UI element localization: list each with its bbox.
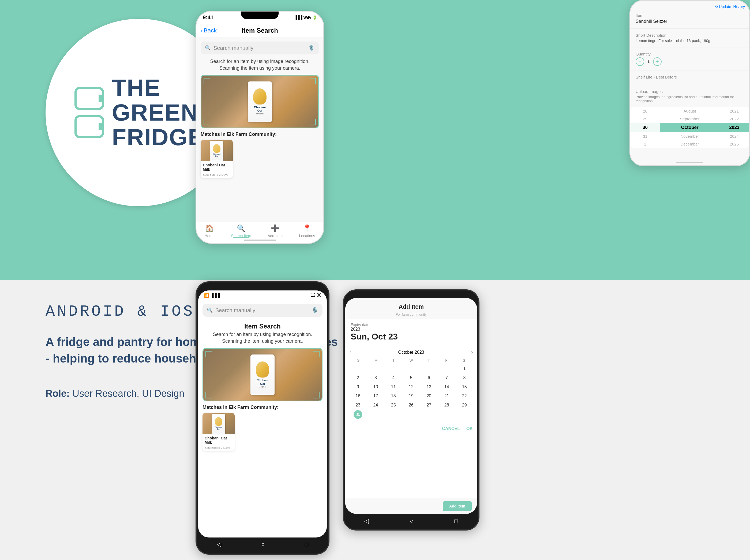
update-btn[interactable]: ⟲ Update: [715, 4, 731, 9]
ok-button[interactable]: OK: [466, 426, 473, 431]
cal-day-19[interactable]: 19: [403, 392, 420, 400]
tab-home-label: Home: [205, 234, 215, 238]
android-back-btn[interactable]: ◁: [217, 541, 221, 548]
cal-day-6[interactable]: 6: [421, 374, 437, 382]
ios-match-card[interactable]: ChobaniOat Chobani Oat Milk Best Before …: [201, 140, 233, 178]
history-btn[interactable]: History: [733, 4, 745, 9]
picker-month-oct-active: October: [660, 123, 719, 132]
short-desc-label: Short Description: [636, 33, 744, 38]
ios-date-picker[interactable]: 28 August 2021 29 September 2022 30 Octo…: [630, 107, 749, 148]
picker-year-2024: 2024: [719, 132, 749, 140]
cal-day-29[interactable]: 29: [456, 401, 473, 409]
android-corner-tl: [205, 351, 212, 357]
expiry-year: 2023: [351, 327, 472, 332]
oat-graphic: [253, 88, 266, 104]
ios-matches-section: Matches in Elk Farm Community: ChobaniOa…: [196, 132, 323, 178]
cal-day-27[interactable]: 27: [421, 401, 437, 409]
android-recent-btn[interactable]: □: [305, 541, 308, 548]
cal-day-12[interactable]: 12: [403, 383, 420, 391]
signal-bars-icon: ▐▐▐: [210, 293, 220, 298]
microphone-icon: 🎙️: [308, 45, 315, 51]
tab-add-item[interactable]: ➕ Add Item: [268, 224, 283, 238]
cal-day-30-selected[interactable]: 30: [353, 410, 362, 419]
android-screen-title: Item Search: [198, 320, 327, 331]
ios-home-indicator: [244, 240, 276, 241]
cal-day-15[interactable]: 15: [456, 383, 473, 391]
android-camera-preview: ChobaniOat Original: [203, 348, 323, 401]
cal-day-21[interactable]: 21: [438, 392, 455, 400]
quantity-stepper[interactable]: − 1 +: [636, 57, 744, 66]
small-chobani: ChobaniOat: [210, 141, 223, 161]
cal-empty-4: [403, 365, 420, 373]
cal-day-3[interactable]: 3: [367, 374, 384, 382]
cal-empty-2: [367, 365, 384, 373]
android-chobani-sub: Original: [259, 385, 266, 388]
cancel-button[interactable]: CANCEL: [442, 426, 460, 431]
cal-day-17[interactable]: 17: [367, 392, 384, 400]
cal-day-2[interactable]: 2: [349, 374, 366, 382]
short-desc-field: Short Description Lemon tinge. For sale …: [630, 31, 749, 45]
android-add-recent-btn[interactable]: □: [454, 518, 458, 525]
android-corner-tr: [313, 351, 320, 357]
android-add-title: Add Item: [349, 303, 473, 310]
cal-day-4[interactable]: 4: [385, 374, 402, 382]
stepper-minus[interactable]: −: [636, 57, 644, 66]
calendar-next-btn[interactable]: ›: [471, 349, 473, 355]
android-home-btn[interactable]: ○: [261, 541, 265, 548]
cal-day-16[interactable]: 16: [349, 392, 366, 400]
cal-day-9[interactable]: 9: [349, 383, 366, 391]
tab-locations[interactable]: 📍 Locations: [299, 224, 315, 238]
cal-day-10[interactable]: 10: [367, 383, 384, 391]
android-camera-image: ChobaniOat Original: [203, 348, 322, 401]
cal-empty-3: [385, 365, 402, 373]
tab-add-label: Add Item: [268, 234, 283, 238]
cal-day-26[interactable]: 26: [403, 401, 420, 409]
chobani-label: ChobaniOat: [254, 105, 266, 113]
android-bottom-bar: Add Item: [345, 498, 477, 514]
calendar-days-grid: 1 2 3 4 5 6 7 8 9 10 11 12 13 14 15 16 1…: [349, 365, 473, 419]
cal-day-11[interactable]: 11: [385, 383, 402, 391]
stepper-plus[interactable]: +: [653, 57, 662, 66]
android-add-home-btn[interactable]: ○: [410, 518, 413, 525]
android-match-card[interactable]: ChobaniOat Chobani Oat Milk Best Before …: [203, 413, 235, 451]
match-card-image: ChobaniOat: [201, 140, 233, 161]
tab-search-item[interactable]: 🔍 Search Item: [231, 224, 251, 238]
quantity-value: 1: [647, 59, 650, 64]
android-add-back-btn[interactable]: ◁: [364, 518, 369, 525]
tab-locations-label: Locations: [299, 234, 315, 238]
wifi-icon: WiFi: [303, 15, 311, 20]
ios-search-description: Search for an item by using image recogn…: [196, 58, 323, 72]
upload-label: Upload Images: [636, 89, 744, 94]
cal-day-24[interactable]: 24: [367, 401, 384, 409]
cal-day-22[interactable]: 22: [456, 392, 473, 400]
cal-day-8[interactable]: 8: [456, 374, 473, 382]
back-button[interactable]: ‹ Back: [201, 27, 217, 34]
signal-bar-icon: ▐▐▐: [295, 15, 302, 20]
logo-icon: [75, 87, 104, 138]
item-field: Item Sandhill Seltzer: [630, 11, 749, 26]
camera-preview-image: ChobaniOat Original: [201, 76, 318, 127]
chobani-sub: Original: [256, 113, 264, 115]
android-chobani-label: ChobaniOat: [257, 379, 268, 385]
cal-day-7[interactable]: 7: [438, 374, 455, 382]
cal-day-14[interactable]: 14: [438, 383, 455, 391]
cal-day-1[interactable]: 1: [456, 365, 473, 373]
calendar-header: ‹ October 2023 ›: [349, 349, 473, 355]
cal-day-18[interactable]: 18: [385, 392, 402, 400]
cal-day-20[interactable]: 20: [421, 392, 437, 400]
nav-title: Item Search: [242, 27, 278, 34]
android-search-bar[interactable]: 🔍 Search manually 🎙️: [203, 304, 323, 317]
add-confirm-button[interactable]: Add Item: [443, 501, 472, 511]
cal-day-25[interactable]: 25: [385, 401, 402, 409]
cal-day-23[interactable]: 23: [349, 401, 366, 409]
cal-day-28[interactable]: 28: [438, 401, 455, 409]
tab-home[interactable]: 🏠 Home: [205, 224, 215, 238]
calendar-prev-btn[interactable]: ‹: [349, 349, 351, 355]
corner-tr: [310, 78, 316, 84]
calendar-month-title: October 2023: [398, 350, 424, 355]
cal-day-5[interactable]: 5: [403, 374, 420, 382]
android-signal: 📶 ▐▐▐: [204, 293, 220, 298]
ios-search-bar[interactable]: 🔍 Search manually 🎙️: [201, 42, 319, 54]
picker-year-2021: 2021: [719, 107, 749, 115]
cal-day-13[interactable]: 13: [421, 383, 437, 391]
